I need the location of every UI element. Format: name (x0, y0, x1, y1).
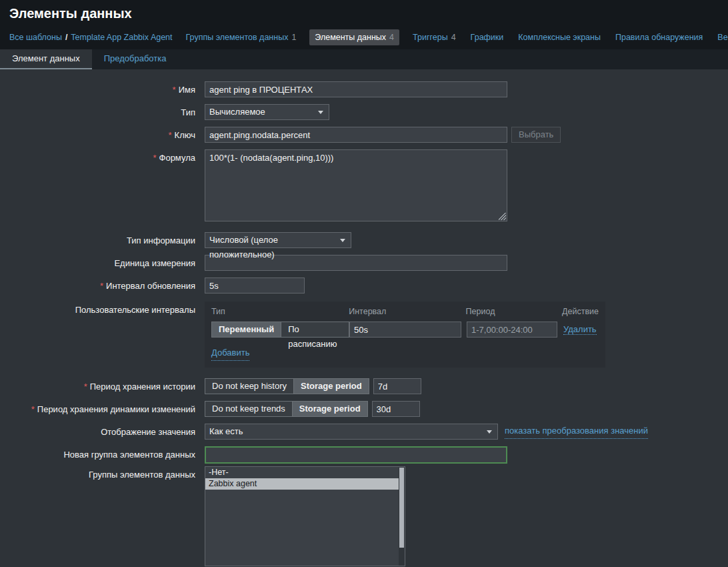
interval-remove-link[interactable]: Удалить (563, 324, 597, 335)
new-application-input[interactable] (205, 446, 507, 464)
nav-item-web-scenarios[interactable]: Веб-сценарии (716, 29, 728, 45)
nav-item-triggers[interactable]: Триггеры4 (411, 29, 457, 45)
nav-item-graphs[interactable]: Графики (469, 29, 505, 45)
update-interval-row: *Интервал обновления (0, 277, 728, 294)
required-asterisk: * (84, 382, 87, 392)
trends-off-button[interactable]: Do not keep trends (205, 401, 292, 417)
nav-item-label: Веб-сценарии (717, 33, 728, 42)
info-type-row: Тип информации Числовой (целое положител… (0, 232, 728, 248)
tab-label: Элемент данных (12, 53, 80, 63)
name-input[interactable] (205, 81, 507, 97)
nav-item-label: Правила обнаружения (615, 33, 703, 42)
show-value-mappings-link[interactable]: показать преобразования значений (505, 424, 648, 439)
nav-item-count: 4 (389, 33, 394, 42)
formula-label: *Формула (0, 149, 200, 221)
value-map-select-value: Как есть (209, 426, 243, 436)
listbox-scrollbar[interactable] (399, 467, 405, 566)
custom-interval-row: Переменный По расписанию Удалить (211, 322, 599, 338)
formula-row: *Формула 100*(1- (nodata(agent.ping,10))… (0, 149, 728, 221)
new-application-row: Новая группа элементов данных (0, 446, 728, 464)
application-option-none[interactable]: -Нет- (205, 467, 399, 478)
custom-intervals-header: Тип Интервал Период Действие (211, 307, 599, 316)
history-off-button[interactable]: Do not keep history (205, 378, 293, 394)
nav-item-label: Триггеры (413, 33, 448, 42)
nav-item-item-groups[interactable]: Группы элементов данных1 (185, 29, 298, 45)
applications-row: Группы элементов данных -Нет- Zabbix age… (0, 466, 728, 566)
update-interval-label: *Интервал обновления (0, 277, 200, 294)
nav-items: Группы элементов данных1 Элементы данных… (185, 29, 728, 45)
history-period-input[interactable] (373, 378, 421, 394)
nav-item-label: Группы элементов данных (186, 33, 289, 42)
flexible-period-input[interactable] (467, 322, 557, 338)
resize-grip-icon[interactable] (499, 213, 506, 220)
tab-preprocessing[interactable]: Предобработка (92, 49, 179, 69)
key-row: *Ключ Выбрать (0, 127, 728, 143)
flexible-interval-input[interactable] (349, 322, 461, 338)
value-map-label: Отображение значения (0, 424, 200, 440)
history-storage-period-button[interactable]: Storage period (293, 378, 369, 394)
page-title: Элементы данных (9, 6, 719, 21)
interval-type-flexible-button[interactable]: Переменный (211, 322, 281, 338)
application-option-zabbix-agent[interactable]: Zabbix agent (205, 478, 399, 490)
applications-listbox[interactable]: -Нет- Zabbix agent (205, 466, 405, 566)
units-row: Единица измерения (0, 255, 728, 271)
units-label: Единица измерения (0, 255, 200, 271)
nav-item-count: 1 (291, 33, 296, 42)
key-label: *Ключ (0, 127, 200, 143)
formula-textarea[interactable]: 100*(1- (nodata(agent.ping,10))) (205, 149, 507, 221)
tab-item-data[interactable]: Элемент данных (0, 49, 92, 69)
type-label: Тип (0, 104, 200, 120)
custom-intervals-panel: Тип Интервал Период Действие Переменный … (205, 302, 605, 368)
history-row: *Период хранения истории Do not keep his… (0, 378, 728, 394)
custom-intervals-row: Пользовательские интервалы Тип Интервал … (0, 302, 728, 368)
breadcrumb-all-templates[interactable]: Все шаблоны (9, 33, 62, 42)
interval-type-scheduling-button[interactable]: По расписанию (281, 322, 349, 338)
breadcrumb-template[interactable]: Template App Zabbix Agent (71, 33, 172, 42)
interval-add-link[interactable]: Добавить (211, 346, 249, 361)
applications-label: Группы элементов данных (0, 466, 200, 566)
column-header-action: Действие (562, 307, 599, 316)
history-label: *Период хранения истории (0, 378, 200, 394)
column-header-type: Тип (211, 307, 349, 316)
value-map-select[interactable]: Как есть (205, 424, 498, 440)
trends-period-input[interactable] (372, 401, 420, 417)
info-type-label: Тип информации (0, 232, 200, 248)
breadcrumb-separator: / (65, 33, 67, 42)
nav-item-label: Графики (471, 33, 504, 42)
info-type-select[interactable]: Числовой (целое положительное) (205, 232, 351, 248)
update-interval-input[interactable] (205, 277, 305, 294)
required-asterisk: * (153, 153, 156, 163)
type-select-value: Вычисляемое (209, 107, 265, 117)
required-asterisk: * (173, 85, 176, 95)
chevron-down-icon (340, 239, 345, 242)
chevron-down-icon (318, 111, 323, 114)
type-row: Тип Вычисляемое (0, 104, 728, 120)
nav-item-label: Элементы данных (315, 33, 386, 42)
column-header-period: Период (466, 307, 562, 316)
listbox-scrollbar-thumb[interactable] (399, 468, 404, 548)
nav-item-discovery-rules[interactable]: Правила обнаружения (614, 29, 704, 45)
key-select-button[interactable]: Выбрать (511, 127, 561, 143)
form-tabs: Элемент данных Предобработка (0, 49, 728, 69)
column-header-interval: Интервал (349, 307, 465, 316)
nav-item-screens[interactable]: Комплексные экраны (517, 29, 602, 45)
chevron-down-icon (487, 430, 492, 434)
info-type-select-value: Числовой (целое положительное) (209, 235, 278, 259)
nav-item-label: Комплексные экраны (518, 33, 601, 42)
trends-storage-period-button[interactable]: Storage period (292, 401, 368, 417)
tab-label: Предобработка (104, 53, 167, 63)
main-nav: Все шаблоны / Template App Zabbix Agent … (0, 25, 728, 49)
value-map-row: Отображение значения Как есть показать п… (0, 424, 728, 440)
required-asterisk: * (100, 281, 103, 291)
name-row: *Имя (0, 81, 728, 97)
name-label: *Имя (0, 81, 200, 97)
nav-item-count: 4 (451, 33, 456, 42)
new-application-label: Новая группа элементов данных (0, 446, 200, 464)
type-select[interactable]: Вычисляемое (205, 104, 329, 120)
nav-item-items[interactable]: Элементы данных4 (309, 29, 399, 45)
required-asterisk: * (31, 404, 35, 414)
item-form: *Имя Тип Вычисляемое *Ключ Выбрать *Форм… (0, 69, 728, 567)
page-header: Элементы данных (0, 0, 728, 25)
key-input[interactable] (205, 127, 507, 143)
required-asterisk: * (169, 130, 172, 140)
